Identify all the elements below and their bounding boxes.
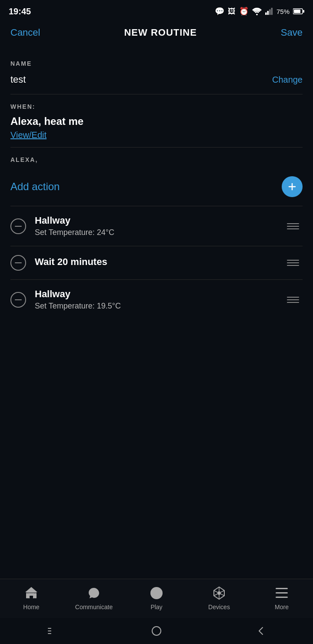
svg-rect-6 (294, 10, 300, 13)
svg-rect-7 (303, 10, 304, 13)
status-icons: 💬 🖼 ⏰ 75% (215, 7, 304, 16)
drag-line (287, 265, 299, 266)
devices-icon (211, 585, 227, 601)
add-action-button[interactable]: Add action (10, 181, 60, 193)
view-edit-link[interactable]: View/Edit (10, 130, 303, 140)
play-icon (149, 585, 164, 601)
svg-rect-3 (269, 10, 271, 15)
action-2-title: Wait 20 minutes (35, 256, 283, 268)
alexa-section-label: ALEXA, (10, 156, 303, 163)
cancel-button[interactable]: Cancel (10, 27, 40, 38)
drag-line (287, 226, 299, 227)
nav-more-label: More (275, 604, 289, 610)
action-item-1: Hallway Set Temperature: 24°C (10, 206, 303, 246)
action-2-content: Wait 20 minutes (35, 256, 283, 269)
nav-item-home[interactable]: Home (0, 585, 63, 610)
alarm-icon: ⏰ (239, 7, 249, 16)
svg-rect-25 (276, 597, 288, 598)
svg-line-19 (214, 590, 217, 592)
drag-handle-1[interactable] (283, 220, 303, 233)
svg-line-22 (214, 594, 217, 596)
battery-text: 75% (276, 8, 290, 15)
drag-line (287, 299, 299, 300)
svg-rect-10 (35, 593, 37, 598)
svg-point-16 (217, 591, 221, 595)
signal-icon (265, 7, 273, 15)
nav-item-communicate[interactable]: Communicate (63, 585, 125, 610)
drag-line (287, 260, 299, 261)
remove-action-3-button[interactable] (10, 292, 26, 308)
page-title: NEW ROUTINE (124, 27, 196, 38)
svg-rect-23 (276, 588, 288, 589)
svg-rect-9 (26, 593, 28, 598)
svg-point-29 (152, 627, 161, 635)
action-3-subtitle: Set Temperature: 19.5°C (35, 302, 283, 311)
nav-item-play[interactable]: Play (125, 585, 188, 610)
divider-when (10, 147, 303, 148)
battery-icon (293, 8, 304, 14)
drag-handle-3[interactable] (283, 293, 303, 306)
change-name-button[interactable]: Change (272, 75, 303, 85)
status-time: 19:45 (9, 7, 31, 17)
nav-item-devices[interactable]: Devices (188, 585, 250, 610)
svg-rect-27 (48, 631, 51, 631)
status-bar: 19:45 💬 🖼 ⏰ 75% (0, 0, 313, 21)
divider-name (10, 94, 303, 94)
name-row: test Change (10, 74, 303, 94)
svg-line-20 (221, 594, 224, 596)
routine-name-value: test (10, 74, 26, 85)
action-3-content: Hallway Set Temperature: 19.5°C (35, 288, 283, 311)
action-1-content: Hallway Set Temperature: 24°C (35, 215, 283, 237)
when-section: WHEN: Alexa, heat me View/Edit (10, 103, 303, 140)
top-nav: Cancel NEW ROUTINE Save (0, 21, 313, 44)
name-section-label: NAME (10, 60, 303, 67)
wifi-icon (252, 7, 262, 15)
drag-line (287, 297, 299, 298)
more-icon (274, 585, 290, 601)
drag-line (287, 262, 299, 263)
svg-line-21 (221, 590, 224, 592)
remove-action-1-button[interactable] (10, 218, 26, 234)
when-label: WHEN: (10, 103, 303, 110)
recent-apps-button[interactable] (43, 622, 61, 640)
drag-line (287, 228, 299, 229)
action-item-3: Hallway Set Temperature: 19.5°C (10, 279, 303, 319)
android-nav (0, 618, 313, 644)
action-3-title: Hallway (35, 288, 283, 300)
add-action-plus-button[interactable] (282, 176, 303, 197)
bottom-nav: Home Communicate Play (0, 579, 313, 618)
drag-line (287, 302, 299, 303)
add-action-row: Add action (10, 172, 303, 206)
svg-rect-2 (267, 11, 269, 15)
nav-devices-label: Devices (208, 604, 230, 610)
svg-rect-4 (271, 8, 273, 15)
nav-item-more[interactable]: More (250, 585, 313, 610)
save-button[interactable]: Save (281, 27, 303, 38)
when-trigger: Alexa, heat me (10, 115, 303, 127)
svg-marker-13 (25, 587, 37, 592)
whatsapp-icon: 💬 (215, 7, 224, 16)
nav-home-label: Home (23, 604, 39, 610)
drag-line (287, 223, 299, 224)
nav-communicate-label: Communicate (75, 604, 113, 610)
action-list: Hallway Set Temperature: 24°C Wait 20 mi… (10, 206, 303, 319)
home-icon (23, 585, 39, 601)
action-item-2: Wait 20 minutes (10, 246, 303, 279)
drag-handle-2[interactable] (283, 256, 303, 269)
android-home-button[interactable] (148, 622, 165, 640)
svg-rect-26 (48, 628, 51, 629)
svg-rect-1 (265, 13, 267, 15)
svg-rect-28 (48, 633, 51, 634)
image-icon: 🖼 (228, 7, 236, 16)
content-area: NAME test Change WHEN: Alexa, heat me Vi… (0, 44, 313, 319)
svg-rect-12 (30, 596, 33, 598)
action-1-title: Hallway (35, 215, 283, 226)
communicate-icon (86, 585, 102, 601)
svg-rect-24 (276, 592, 288, 594)
plus-icon (287, 181, 297, 192)
svg-point-0 (256, 14, 258, 16)
action-1-subtitle: Set Temperature: 24°C (35, 228, 283, 237)
nav-play-label: Play (150, 604, 162, 610)
remove-action-2-button[interactable] (10, 255, 26, 271)
android-back-button[interactable] (252, 622, 270, 640)
